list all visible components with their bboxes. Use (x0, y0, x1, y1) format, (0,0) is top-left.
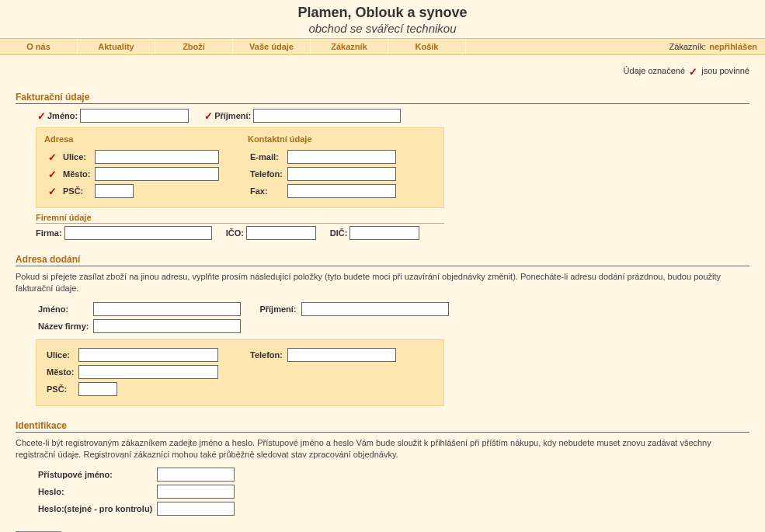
shipping-company-input[interactable] (93, 319, 241, 333)
shipping-title: Adresa dodání (16, 254, 749, 266)
billing-company-label: Firma: (36, 228, 62, 238)
billing-fax-input[interactable] (287, 184, 396, 198)
billing-ico-label: IČO: (226, 228, 244, 238)
nav-goods[interactable]: Zboží (155, 39, 233, 54)
billing-ico-field: IČO: (226, 226, 316, 240)
shipping-addr-box: Ulice: Město: PSČ: (36, 339, 444, 406)
ident-password2-label: Heslo:(stejné - pro kontrolu) (36, 500, 155, 517)
login-status-label: Zákazník: (669, 42, 707, 51)
billing-firstname-field: ✓ Jméno: (36, 109, 189, 123)
billing-title: Fakturační údaje (16, 92, 749, 104)
billing-city-label: Město: (61, 165, 92, 183)
shipping-phone-col: Telefon: (248, 346, 436, 398)
login-status: Zákazník: nepřihlášen (662, 39, 765, 54)
ident-section: Identifikace Chcete-li být registrovaným… (16, 420, 749, 518)
required-icon: ✓ (37, 110, 46, 122)
billing-phone-label: Telefon: (248, 165, 285, 183)
nav-news[interactable]: Aktuality (78, 39, 155, 54)
nav-bar: O nás Aktuality Zboží Vaše údaje Zákazní… (0, 38, 765, 55)
billing-contact-title: Kontaktní údaje (248, 134, 436, 144)
shipping-addr-col: Ulice: Město: PSČ: (44, 346, 232, 398)
shipping-city-label: Město: (44, 363, 76, 381)
required-icon: ✓ (48, 169, 57, 180)
billing-lastname-input[interactable] (253, 109, 401, 123)
shipping-desc: Pokud si přejete zasílat zboží na jinou … (16, 271, 749, 294)
shipping-company-label: Název firmy: (36, 318, 91, 335)
shipping-body: Jméno: Příjmení: Název firmy: Ulice: (16, 301, 749, 406)
shipping-lastname-input[interactable] (301, 302, 449, 316)
billing-address-table: ✓ Ulice: ✓ Město: ✓ PSČ: (44, 148, 221, 200)
shipping-lastname-label: Příjmení: (257, 301, 298, 318)
ident-password-input[interactable] (157, 485, 235, 499)
billing-dic-field: DIČ: (330, 226, 420, 240)
shipping-zip-label: PSČ: (44, 381, 76, 398)
billing-lastname-label: Příjmení: (214, 111, 251, 120)
required-icon: ✓ (204, 110, 213, 122)
billing-zip-label: PSČ: (61, 183, 92, 200)
billing-email-input[interactable] (287, 150, 396, 164)
page-header: Plamen, Oblouk a synove obchod se svářec… (0, 0, 765, 38)
nav-spacer (466, 39, 662, 54)
ident-password-label: Heslo: (36, 483, 155, 500)
shipping-phone-label: Telefon: (248, 346, 285, 363)
ident-desc: Chcete-li být registrovaným zákazníkem z… (16, 437, 749, 461)
billing-email-label: E-mail: (248, 148, 285, 165)
nav-yourdata[interactable]: Vaše údaje (233, 39, 311, 54)
ident-body: Přístupové jméno: Heslo: Heslo:(stejné -… (16, 466, 749, 517)
ident-login-input[interactable] (157, 468, 235, 482)
shipping-addr-table: Ulice: Město: PSČ: (44, 346, 221, 398)
shipping-name-table: Jméno: Příjmení: Název firmy: (36, 301, 451, 335)
required-note-before: Údaje označené (624, 66, 686, 75)
billing-body: ✓ Jméno: ✓ Příjmení: Adresa ✓ Ulice (16, 109, 749, 240)
billing-firstname-label: Jméno: (47, 111, 78, 120)
billing-ico-input[interactable] (246, 226, 316, 240)
billing-lastname-field: ✓ Příjmení: (203, 109, 401, 123)
billing-section: Fakturační údaje ✓ Jméno: ✓ Příjmení: Ad… (16, 92, 749, 240)
shipping-city-input[interactable] (78, 365, 218, 379)
shipping-street-label: Ulice: (44, 346, 76, 363)
nav-customer[interactable]: Zákazník (311, 39, 388, 54)
billing-street-label: Ulice: (61, 148, 92, 165)
login-status-value: nepřihlášen (709, 42, 757, 51)
billing-phone-input[interactable] (287, 167, 396, 181)
site-subtitle: obchod se svářecí technikou (0, 22, 765, 35)
billing-address-title: Adresa (44, 134, 232, 144)
billing-dic-input[interactable] (349, 226, 419, 240)
ident-title: Identifikace (16, 420, 749, 433)
site-title: Plamen, Oblouk a synove (0, 5, 765, 21)
billing-contact-col: Kontaktní údaje E-mail: Telefon: Fax: (248, 134, 436, 200)
billing-street-input[interactable] (95, 150, 219, 164)
billing-address-contact-box: Adresa ✓ Ulice: ✓ Město: (36, 127, 444, 208)
nav-about[interactable]: O nás (0, 39, 78, 54)
ident-password2-input[interactable] (157, 502, 235, 516)
shipping-section: Adresa dodání Pokud si přejete zasílat z… (16, 254, 749, 406)
content: Údaje označené ✓ jsou povinné Fakturační… (0, 55, 765, 532)
shipping-firstname-label: Jméno: (36, 301, 91, 318)
shipping-firstname-input[interactable] (93, 302, 241, 316)
billing-address-col: Adresa ✓ Ulice: ✓ Město: (44, 134, 232, 200)
billing-company-input[interactable] (64, 226, 212, 240)
required-icon: ✓ (48, 151, 57, 163)
ident-table: Přístupové jméno: Heslo: Heslo:(stejné -… (36, 466, 237, 517)
shipping-street-input[interactable] (78, 348, 218, 362)
required-icon: ✓ (48, 186, 57, 197)
ident-login-label: Přístupové jméno: (36, 466, 155, 483)
billing-company-title: Firemní údaje (36, 213, 444, 224)
billing-company-row: Firma: IČO: DIČ: (36, 226, 749, 240)
billing-company-field: Firma: (36, 226, 212, 240)
billing-dic-label: DIČ: (330, 228, 348, 238)
required-icon: ✓ (689, 66, 697, 78)
required-note-after: jsou povinné (701, 66, 749, 75)
billing-fax-label: Fax: (248, 183, 285, 200)
billing-contact-table: E-mail: Telefon: Fax: (248, 148, 398, 200)
shipping-zip-input[interactable] (78, 382, 117, 396)
shipping-phone-input[interactable] (287, 348, 396, 362)
shipping-phone-table: Telefon: (248, 346, 398, 363)
billing-name-row: ✓ Jméno: ✓ Příjmení: (36, 109, 749, 123)
billing-zip-input[interactable] (95, 184, 134, 198)
billing-city-input[interactable] (95, 167, 219, 181)
nav-cart[interactable]: Košík (388, 39, 466, 54)
required-note: Údaje označené ✓ jsou povinné (16, 66, 749, 78)
billing-firstname-input[interactable] (80, 109, 189, 123)
